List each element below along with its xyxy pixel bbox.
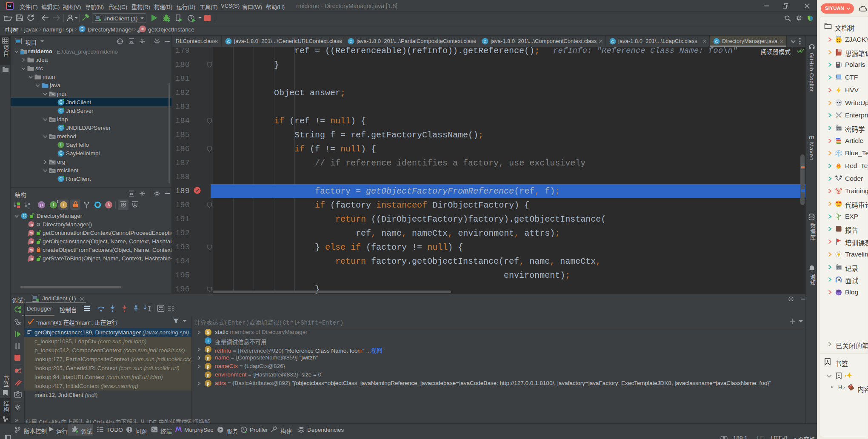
- svg-text:C: C: [59, 108, 62, 113]
- svg-text:C: C: [59, 177, 62, 181]
- svg-text:m: m: [30, 231, 33, 235]
- svg-text:C: C: [715, 39, 718, 44]
- svg-text:m: m: [30, 222, 33, 227]
- svg-text:C: C: [59, 125, 62, 130]
- svg-text:C: C: [227, 39, 230, 44]
- svg-text:C: C: [59, 100, 62, 105]
- svg-text:m: m: [30, 239, 33, 244]
- svg-text:C: C: [59, 151, 62, 156]
- svg-text:m: m: [30, 256, 33, 261]
- svg-text:z: z: [28, 205, 30, 209]
- svg-text:m: m: [30, 248, 33, 252]
- svg-text:C: C: [611, 39, 614, 44]
- svg-text:C: C: [350, 39, 353, 44]
- svg-text:I: I: [60, 143, 62, 147]
- svg-text:C: C: [484, 39, 487, 44]
- svg-text:C: C: [23, 214, 26, 218]
